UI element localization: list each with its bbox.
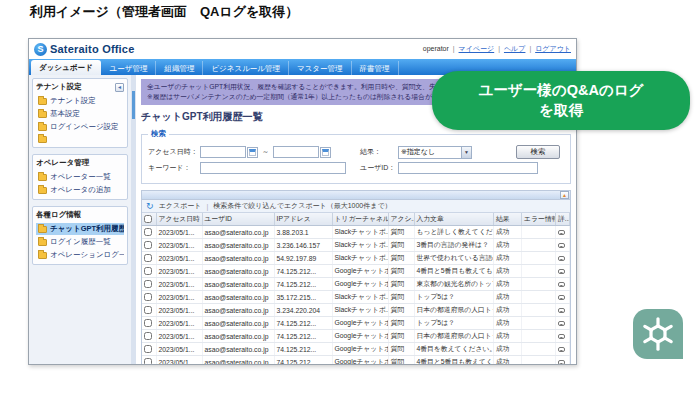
cell-user: asao@sateraito.co.jp <box>202 239 274 252</box>
cell-user: asao@sateraito.co.jp <box>202 252 274 265</box>
sidebar-item-tenant-settings[interactable]: テナント設定 <box>36 95 124 107</box>
folder-icon <box>38 252 47 259</box>
date-to-input[interactable] <box>273 146 319 158</box>
table-row[interactable]: 2023/05/1...asao@sateraito.co.jp3.88.203… <box>142 226 570 239</box>
detail-icon[interactable] <box>558 360 565 364</box>
screenshot-root: 利用イメージ（管理者画面 QAログを取得） S Sateraito Office… <box>0 0 700 409</box>
table-row[interactable]: 2023/05/1...asao@sateraito.co.jp74.125.2… <box>142 278 570 291</box>
refresh-icon[interactable]: ↻ <box>146 202 154 211</box>
cell-date: 2023/05/1... <box>156 239 202 252</box>
cell-ip: 74.125.212... <box>274 330 332 343</box>
select-all-checkbox[interactable] <box>144 215 152 223</box>
detail-icon[interactable] <box>558 347 565 352</box>
detail-icon[interactable] <box>558 269 565 274</box>
operator-label: operator <box>423 45 449 52</box>
column-header-select[interactable] <box>142 213 156 226</box>
detail-icon[interactable] <box>558 282 565 287</box>
link-help[interactable]: ヘルプ <box>504 45 526 52</box>
detail-icon[interactable] <box>558 256 565 261</box>
brand-logo: S Sateraito Office <box>34 43 135 56</box>
sidebar-item-login-history[interactable]: ログイン履歴一覧 <box>36 236 124 248</box>
row-checkbox[interactable] <box>144 332 152 340</box>
detail-icon[interactable] <box>558 295 565 300</box>
sidebar-item-chatgpt-usage-history[interactable]: チャットGPT利用履歴一覧 <box>36 223 124 235</box>
column-header-result[interactable]: 結果 <box>494 213 522 226</box>
folder-icon <box>38 187 47 194</box>
collapse-section-button[interactable]: ◂ <box>115 83 124 92</box>
sidebar-item-operation-log[interactable]: オペレーションログ一覧 <box>36 249 124 261</box>
column-header-user[interactable]: ユーザID <box>202 213 274 226</box>
cell-action: 質問 <box>388 343 414 356</box>
column-header-action[interactable]: アクシ... <box>388 213 414 226</box>
column-header-detail[interactable]: 詳... <box>556 213 570 226</box>
link-logout[interactable]: ログアウト <box>535 45 571 52</box>
detail-icon[interactable] <box>558 334 565 339</box>
tab-org-mgmt[interactable]: 組織管理 <box>156 61 203 75</box>
cell-ip: 74.125.212... <box>274 317 332 330</box>
table-row[interactable]: 2023/05/1...asao@sateraito.co.jp74.125.2… <box>142 317 570 330</box>
cell-channel: Slackチャットボ... <box>332 291 388 304</box>
sidebar-item-label: オペレーター一覧 <box>50 172 111 182</box>
cell-action: 質問 <box>388 239 414 252</box>
tab-user-mgmt[interactable]: ユーザ管理 <box>102 61 157 75</box>
row-checkbox[interactable] <box>144 241 152 249</box>
detail-icon[interactable] <box>558 230 565 235</box>
table-row[interactable]: 2023/05/1...asao@sateraito.co.jp74.125.2… <box>142 356 570 364</box>
sidebar-item-label: オペレーションログ一覧 <box>50 250 124 260</box>
row-checkbox[interactable] <box>144 267 152 275</box>
date-from-input[interactable] <box>200 146 246 158</box>
calendar-icon[interactable] <box>247 147 258 158</box>
table-row[interactable]: 2023/05/1...asao@sateraito.co.jp74.125.2… <box>142 343 570 356</box>
column-header-date[interactable]: アクセス日時 <box>156 213 202 226</box>
cell-error <box>522 226 556 239</box>
userid-input[interactable] <box>398 162 538 174</box>
cell-error <box>522 239 556 252</box>
cell-action: 質問 <box>388 265 414 278</box>
export-filtered-button[interactable]: 検索条件で絞り込んでエクスポート（最大1000件まで） <box>213 201 391 211</box>
sidebar-item-label: チャットGPT利用履歴一覧 <box>50 224 124 234</box>
column-header-ip[interactable]: IPアドレス <box>274 213 332 226</box>
link-mypage[interactable]: マイページ <box>459 45 495 52</box>
tab-dashboard[interactable]: ダッシュボード <box>31 60 101 75</box>
keyword-group <box>200 162 346 174</box>
sidebar-item-operator-add[interactable]: オペレータの追加 <box>36 184 124 196</box>
detail-icon[interactable] <box>558 308 565 313</box>
cell-action: 質問 <box>388 252 414 265</box>
table-row[interactable]: 2023/05/1...asao@sateraito.co.jp74.125.2… <box>142 330 570 343</box>
column-header-error[interactable]: エラー情報 <box>522 213 556 226</box>
cell-date: 2023/05/1... <box>156 304 202 317</box>
tab-dictionary-mgmt[interactable]: 辞書管理 <box>352 61 399 75</box>
detail-icon[interactable] <box>558 321 565 326</box>
row-checkbox[interactable] <box>144 306 152 314</box>
export-button[interactable]: エクスポート <box>159 201 202 211</box>
row-checkbox[interactable] <box>144 228 152 236</box>
tab-master-mgmt[interactable]: マスター管理 <box>289 61 352 75</box>
row-checkbox[interactable] <box>144 345 152 353</box>
detail-icon[interactable] <box>558 243 565 248</box>
row-checkbox[interactable] <box>144 293 152 301</box>
calendar-icon[interactable] <box>320 147 331 158</box>
column-header-input[interactable]: 入力文章 <box>414 213 494 226</box>
table-row[interactable]: 2023/05/1...asao@sateraito.co.jp54.92.19… <box>142 252 570 265</box>
sidebar-item-operator-list[interactable]: オペレーター一覧 <box>36 171 124 183</box>
table-row[interactable]: 2023/05/1...asao@sateraito.co.jp74.125.2… <box>142 265 570 278</box>
row-checkbox[interactable] <box>144 358 152 364</box>
table-row[interactable]: 2023/05/1...asao@sateraito.co.jp35.172.2… <box>142 291 570 304</box>
row-checkbox[interactable] <box>144 319 152 327</box>
tab-business-rule-mgmt[interactable]: ビジネスルール管理 <box>203 61 289 75</box>
sidebar-item-blank[interactable] <box>36 134 124 144</box>
table-row[interactable]: 2023/05/1...asao@sateraito.co.jp3.236.14… <box>142 239 570 252</box>
collapse-panel-button[interactable]: ▲ <box>560 191 569 199</box>
row-checkbox[interactable] <box>144 280 152 288</box>
cell-action: 質問 <box>388 291 414 304</box>
table-row[interactable]: 2023/05/1...asao@sateraito.co.jp3.234.22… <box>142 304 570 317</box>
column-header-channel[interactable]: トリガーチャネル種別 <box>332 213 388 226</box>
keyword-input[interactable] <box>200 162 346 174</box>
sidebar-item-basic-settings[interactable]: 基本設定 <box>36 108 124 120</box>
sidebar-item-label: テナント設定 <box>50 96 96 106</box>
access-date-label: アクセス日時： <box>148 147 200 157</box>
result-select[interactable]: ※指定なし ▼ <box>398 146 472 159</box>
row-checkbox[interactable] <box>144 254 152 262</box>
search-button[interactable]: 検索 <box>516 145 560 159</box>
sidebar-item-login-page-settings[interactable]: ログインページ設定 <box>36 121 124 133</box>
